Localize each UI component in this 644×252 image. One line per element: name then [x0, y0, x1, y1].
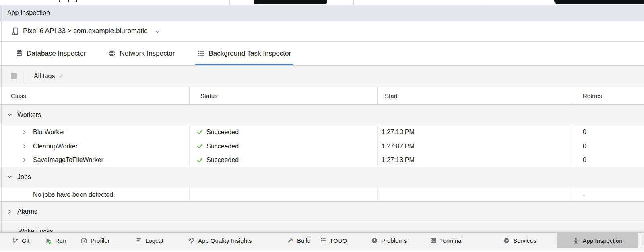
statusbar-item-git[interactable]: Git — [12, 233, 29, 248]
statusbar-label: App Quality Insights — [198, 237, 252, 244]
editor-remnant-strip — [0, 0, 644, 5]
statusbar-label: Build — [297, 237, 310, 244]
empty-message: No jobs have been detected. — [33, 191, 115, 198]
chevron-down-icon[interactable] — [6, 112, 13, 118]
statusbar-label: Problems — [381, 237, 407, 244]
tab-network-inspector[interactable]: Network Inspector — [108, 42, 175, 65]
statusbar-label: Profiler — [91, 237, 110, 244]
filter-toolbar: All tags — [0, 66, 644, 87]
panel-header: App Inspection — [0, 5, 644, 21]
database-icon — [15, 50, 23, 57]
worker-retries: 0 — [583, 129, 586, 136]
run-icon — [45, 237, 52, 244]
app-inspection-tool-window: App Inspection Pixel 6 API 33 > com.exam… — [0, 0, 644, 252]
statusbar-item-terminal[interactable]: Terminal — [430, 233, 463, 248]
text-fragment — [76, 0, 77, 2]
statusbar-item-run[interactable]: Run — [45, 233, 66, 248]
chevron-down-icon — [155, 29, 160, 35]
statusbar-label: Run — [55, 237, 66, 244]
divider — [485, 0, 485, 5]
divider — [353, 0, 354, 5]
panel-left-border — [1, 5, 2, 233]
tab-database-inspector[interactable]: Database Inspector — [15, 42, 86, 65]
statusbar-item-todo[interactable]: TODO — [320, 233, 347, 248]
tab-background-task-inspector[interactable]: Background Task Inspector — [197, 42, 291, 65]
chevron-right-icon[interactable] — [21, 129, 28, 135]
group-row-jobs[interactable]: Jobs — [0, 167, 644, 187]
todo-list-icon — [320, 237, 326, 244]
worker-class: BlurWorker — [33, 129, 65, 136]
toolbar-divider — [25, 71, 25, 81]
device-icon — [12, 27, 19, 35]
statusbar-item-problems[interactable]: Problems — [371, 233, 407, 248]
group-label: Jobs — [17, 173, 31, 181]
git-branch-icon — [12, 237, 19, 244]
terminal-icon — [430, 237, 437, 244]
group-row-alarms[interactable]: Alarms — [0, 201, 644, 222]
group-label: Wake Locks — [18, 228, 53, 232]
gem-icon — [188, 237, 195, 244]
statusbar-item-profiler[interactable]: Profiler — [80, 233, 110, 248]
stop-inspection-button[interactable] — [11, 73, 17, 79]
tab-label: Background Task Inspector — [208, 50, 291, 58]
chevron-down-icon — [58, 74, 64, 79]
statusbar-item-app-quality-insights[interactable]: App Quality Insights — [188, 233, 252, 248]
statusbar-divider — [641, 233, 641, 248]
success-check-icon — [196, 143, 203, 150]
chevron-right-icon[interactable] — [21, 143, 28, 150]
worker-start-time: 1:27:10 PM — [382, 129, 415, 136]
inspector-tabs: Database Inspector Network Inspector Bac… — [0, 42, 644, 66]
tab-label: Database Inspector — [27, 50, 86, 58]
all-tags-label: All tags — [34, 73, 55, 80]
group-row-wakelocks[interactable]: Wake Locks — [0, 222, 644, 232]
logcat-lines-icon — [136, 237, 142, 244]
statusbar-label: TODO — [330, 237, 347, 244]
table-row-saveimagetofileworker[interactable]: SaveImageToFileWorker Succeeded 1:27:13 … — [0, 153, 644, 167]
table-row-cleanupworker[interactable]: CleanupWorker Succeeded 1:27:07 PM 0 — [0, 139, 644, 153]
services-icon — [503, 237, 510, 244]
globe-icon — [108, 50, 116, 57]
column-header-class: Class — [0, 87, 189, 104]
statusbar-label: Git — [22, 237, 29, 244]
worker-retries: 0 — [583, 143, 586, 150]
hammer-icon — [287, 237, 294, 244]
success-check-icon — [196, 157, 203, 164]
worker-start-time: 1:27:13 PM — [382, 156, 415, 164]
process-selector-label: Pixel 6 API 33 > com.example.bluromatic — [23, 27, 147, 35]
table-header: Class Status Start Retries — [0, 87, 644, 105]
worker-retries: 0 — [583, 156, 586, 164]
app-inspection-icon — [572, 237, 579, 244]
statusbar-label: Logcat — [145, 237, 163, 244]
statusbar-item-build[interactable]: Build — [287, 233, 310, 248]
worker-status: Succeeded — [206, 143, 239, 150]
statusbar-item-app-inspection[interactable]: App Inspection — [557, 233, 638, 248]
status-bar: Git Run Profiler Logcat — [0, 232, 644, 248]
error-circle-icon — [371, 237, 378, 244]
chevron-right-icon[interactable] — [6, 208, 13, 215]
group-row-workers[interactable]: Workers — [0, 105, 644, 125]
bottom-strip — [0, 248, 644, 251]
statusbar-label: App Inspection — [582, 237, 622, 244]
divider — [229, 0, 230, 5]
panel-title: App Inspection — [7, 9, 50, 17]
column-header-start: Start — [377, 87, 572, 104]
task-list-icon — [197, 50, 205, 57]
statusbar-item-services[interactable]: Services — [503, 233, 537, 248]
text-fragment — [68, 0, 69, 2]
success-check-icon — [196, 129, 203, 135]
worker-status: Succeeded — [206, 156, 239, 164]
editor-dark-bar — [254, 0, 327, 4]
group-label: Workers — [17, 111, 41, 119]
worker-start-time: 1:27:07 PM — [382, 143, 415, 150]
table-row-blurworker[interactable]: BlurWorker Succeeded 1:27:10 PM 0 — [0, 125, 644, 139]
statusbar-label: Services — [513, 237, 537, 244]
process-selector[interactable]: Pixel 6 API 33 > com.example.bluromatic — [0, 21, 644, 42]
column-header-retries: Retries — [572, 87, 644, 104]
worker-class: CleanupWorker — [33, 143, 78, 150]
worker-status: Succeeded — [206, 129, 239, 136]
statusbar-item-logcat[interactable]: Logcat — [136, 233, 163, 248]
all-tags-dropdown[interactable]: All tags — [34, 73, 64, 80]
chevron-right-icon[interactable] — [21, 157, 28, 163]
group-label: Alarms — [17, 208, 37, 215]
chevron-down-icon[interactable] — [6, 174, 13, 180]
